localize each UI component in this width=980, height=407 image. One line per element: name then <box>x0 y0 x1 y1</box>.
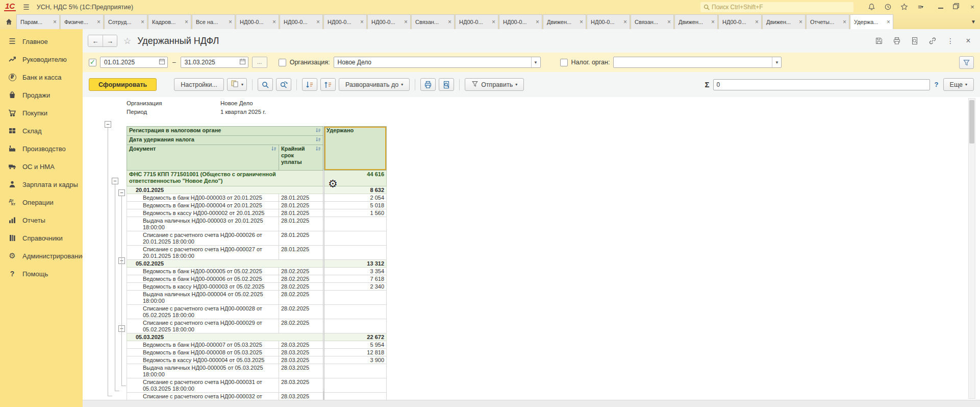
find-next-button[interactable] <box>276 78 291 91</box>
withheld-cell[interactable]: 2 340 <box>324 283 387 291</box>
tab-close-icon[interactable]: × <box>272 18 276 26</box>
deadline-cell[interactable]: 28.01.2025 <box>279 231 324 246</box>
document-row[interactable]: Списание с расчетного счета НД00-000026 … <box>127 231 387 246</box>
tab-close-icon[interactable]: × <box>843 18 846 26</box>
history-clock-icon[interactable] <box>882 3 893 12</box>
calendar-icon[interactable] <box>159 58 165 66</box>
tab-2[interactable]: Сотруд...× <box>104 14 147 29</box>
period-checkbox[interactable] <box>89 59 96 66</box>
fns-group-row[interactable]: ФНС 7715 КПП 771501001 (Общество с огран… <box>127 171 387 186</box>
withheld-cell[interactable]: 3 900 <box>324 356 387 364</box>
tab-3[interactable]: Кадров...× <box>148 14 191 29</box>
sidebar-item-ос-и-нма[interactable]: ОС и НМА <box>0 160 83 173</box>
more-button[interactable]: Еще▾ <box>943 78 974 91</box>
tab-5[interactable]: НД00-0...× <box>236 14 279 29</box>
global-search[interactable] <box>700 2 853 12</box>
document-cell[interactable]: Выдача наличных НД00-000003 от 20.01.202… <box>127 217 279 231</box>
autosum-field[interactable] <box>713 79 930 90</box>
document-row[interactable]: Списание с расчетного счета НД00-000029 … <box>127 319 387 333</box>
col-header-deadline[interactable]: Крайний срок уплаты <box>279 145 324 171</box>
sidebar-item-руководителю[interactable]: Руководителю <box>0 53 83 65</box>
date-from-field[interactable]: 01.01.2025 <box>100 57 168 68</box>
deadline-cell[interactable]: 28.02.2025 <box>279 283 324 291</box>
group-collapse-fns[interactable]: − <box>112 178 118 184</box>
document-cell[interactable]: Выдача наличных НД00-000005 от 05.03.202… <box>127 364 279 378</box>
organization-combo[interactable]: Новое Дело ▼ <box>334 57 541 68</box>
date-group-row-0[interactable]: 20.01.20258 632 <box>127 186 387 194</box>
tab-8[interactable]: НД00-0...× <box>367 14 411 29</box>
document-row[interactable]: Списание с расчетного счета НД00-000027 … <box>127 246 387 260</box>
document-cell[interactable]: Списание с расчетного счета НД00-000029 … <box>127 319 279 333</box>
sidebar-item-покупки[interactable]: Покупки <box>0 107 83 119</box>
deadline-cell[interactable]: 28.01.2025 <box>279 209 324 217</box>
favorite-star-icon[interactable]: ☆ <box>123 36 131 46</box>
deadline-cell[interactable]: 28.01.2025 <box>279 217 324 231</box>
chevron-down-icon[interactable]: ▼ <box>772 57 781 67</box>
vertical-scrollbar[interactable] <box>968 98 975 399</box>
withheld-cell[interactable] <box>324 305 387 319</box>
withheld-cell[interactable]: 1 560 <box>324 209 387 217</box>
sidebar-item-производство[interactable]: Производство <box>0 142 83 155</box>
withheld-cell[interactable] <box>324 319 387 333</box>
notifications-bell-icon[interactable] <box>866 3 877 12</box>
back-button[interactable]: ← <box>88 35 103 46</box>
deadline-cell[interactable]: 28.01.2025 <box>279 202 324 209</box>
find-button[interactable] <box>258 78 273 91</box>
tab-close-icon[interactable]: × <box>755 18 759 26</box>
withheld-cell[interactable]: 12 818 <box>324 349 387 356</box>
tab-17[interactable]: Движен...× <box>762 14 806 29</box>
tab-close-icon[interactable]: × <box>887 18 890 26</box>
expand-to-button[interactable]: Разворачивать до▾ <box>339 78 410 91</box>
date-group-label[interactable]: 05.02.2025 <box>127 260 324 268</box>
sidebar-item-операции[interactable]: Дт КтОперации <box>0 196 83 208</box>
service-menu-icon[interactable]: ≡▾ <box>915 3 926 12</box>
period-more-button[interactable]: ... <box>252 57 267 68</box>
print-button[interactable] <box>420 78 436 91</box>
tab-6[interactable]: НД00-0...× <box>280 14 323 29</box>
tab-close-icon[interactable]: × <box>492 18 495 26</box>
document-cell[interactable]: Выдача наличных НД00-000004 от 05.02.202… <box>127 291 279 305</box>
search-input[interactable] <box>712 2 850 12</box>
document-cell[interactable]: Ведомость в банк НД00-000008 от 05.03.20… <box>127 349 279 356</box>
forward-button[interactable]: → <box>103 35 117 46</box>
tab-close-icon[interactable]: × <box>404 18 408 26</box>
tab-7[interactable]: НД00-0...× <box>323 14 367 29</box>
document-row[interactable]: Ведомость в кассу НД00-000002 от 20.01.2… <box>127 209 387 217</box>
withheld-cell[interactable]: 5 018 <box>324 202 387 209</box>
document-cell[interactable]: Ведомость в банк НД00-000006 от 05.02.20… <box>127 275 279 283</box>
restore-button[interactable] <box>952 3 960 11</box>
sidebar-item-главное[interactable]: ☰Главное <box>0 35 83 47</box>
document-row[interactable]: Выдача наличных НД00-000004 от 05.02.202… <box>127 291 387 305</box>
sidebar-item-помощь[interactable]: ?Помощь <box>0 268 83 280</box>
tab-close-icon[interactable]: × <box>185 18 188 26</box>
sidebar-item-банк-и-касса[interactable]: ₽Банк и касса <box>0 71 83 83</box>
close-window-button[interactable]: × <box>969 3 976 11</box>
withheld-cell[interactable]: 2 054 <box>324 194 387 202</box>
deadline-cell[interactable]: 28.02.2025 <box>279 275 324 283</box>
deadline-cell[interactable]: 28.01.2025 <box>279 246 324 260</box>
document-row[interactable]: Ведомость в кассу НД00-000003 от 05.02.2… <box>127 283 387 291</box>
tab-1[interactable]: Физиче...× <box>60 14 104 29</box>
document-cell[interactable]: Списание с расчетного счета НД00-000026 … <box>127 231 279 246</box>
deadline-cell[interactable]: 28.01.2025 <box>279 194 324 202</box>
help-icon[interactable]: ? <box>935 81 939 88</box>
tab-close-icon[interactable]: × <box>711 18 715 26</box>
tab-19[interactable]: Удержа...× <box>850 14 893 29</box>
scrollbar-thumb[interactable] <box>969 100 974 143</box>
document-cell[interactable]: Ведомость в банк НД00-000003 от 20.01.20… <box>127 194 279 202</box>
withheld-cell[interactable]: 7 618 <box>324 275 387 283</box>
tab-close-icon[interactable]: × <box>141 18 144 26</box>
document-row[interactable]: Ведомость в банк НД00-000005 от 05.02.20… <box>127 268 387 275</box>
document-cell[interactable]: Списание с расчетного счета НД00-000027 … <box>127 246 279 260</box>
withheld-cell[interactable]: 3 354 <box>324 268 387 275</box>
sidebar-item-продажи[interactable]: Продажи <box>0 89 83 101</box>
collapse-groups-button[interactable] <box>302 78 317 91</box>
deadline-cell[interactable]: 28.03.2025 <box>279 349 324 356</box>
sidebar-item-отчеты[interactable]: Отчеты <box>0 214 83 226</box>
sidebar-item-склад[interactable]: Склад <box>0 125 83 137</box>
tax-authority-checkbox[interactable] <box>560 59 568 66</box>
generate-button[interactable]: Сформировать <box>89 78 157 91</box>
print-icon[interactable] <box>892 36 901 45</box>
deadline-cell[interactable]: 28.02.2025 <box>279 268 324 275</box>
withheld-cell[interactable] <box>324 291 387 305</box>
